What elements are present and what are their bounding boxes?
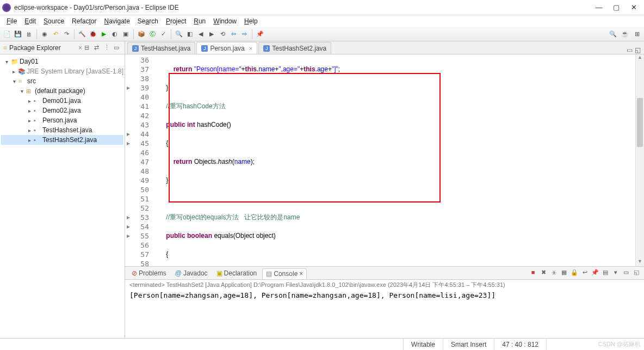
- remove-all-icon[interactable]: ⚹: [549, 269, 558, 278]
- editor-tab[interactable]: JTestHashset.java: [127, 42, 195, 54]
- new-class-icon[interactable]: Ⓒ: [147, 29, 157, 39]
- close-view-icon[interactable]: ×: [78, 44, 82, 52]
- terminate-icon[interactable]: ■: [529, 269, 537, 278]
- save-icon[interactable]: 💾: [13, 29, 23, 39]
- forward-icon[interactable]: ⇨: [239, 29, 249, 39]
- javadoc-icon: @: [175, 269, 182, 277]
- word-wrap-icon[interactable]: ↩: [580, 269, 589, 278]
- tab-console[interactable]: ▤Console×: [262, 268, 307, 279]
- tree-file[interactable]: ▸▪Demo02.java: [1, 106, 123, 115]
- restore-editor-icon[interactable]: ◱: [635, 46, 641, 54]
- eclipse-icon: [2, 3, 11, 12]
- bottom-views: ⊘Problems @Javadoc ▣Declaration ▤Console…: [125, 266, 644, 338]
- tree-jre[interactable]: ▸📚JRE System Library [JavaSE-1.8]: [1, 66, 123, 76]
- editor-tabs: JTestHashset.java JPerson.java× JTestHas…: [125, 41, 644, 54]
- debug-icon[interactable]: 🐞: [88, 29, 98, 39]
- java-file-icon: J: [263, 45, 270, 52]
- open-type-icon[interactable]: ◉: [40, 29, 49, 39]
- minimize-panel-icon[interactable]: ▭: [622, 269, 630, 278]
- tree-package[interactable]: ▾⊞(default package): [1, 86, 123, 96]
- close-tab-icon[interactable]: ×: [249, 45, 252, 52]
- console-output[interactable]: [Person[name=zhangsan,age=18], Person[na…: [125, 290, 644, 338]
- clear-console-icon[interactable]: ▦: [560, 269, 568, 278]
- tree-file[interactable]: ▸▪Demo01.java: [1, 96, 123, 106]
- minimize-view-icon[interactable]: ▭: [114, 44, 121, 52]
- tree-project[interactable]: ▾📁Day01: [1, 57, 123, 66]
- window-title: eclipse-workspace - Day01/src/Person.jav…: [14, 4, 595, 11]
- open-console-icon[interactable]: ▾: [611, 269, 620, 278]
- editor-tab[interactable]: JTestHashSet2.java: [258, 42, 331, 54]
- build-icon[interactable]: 🔨: [77, 29, 87, 39]
- line-numbers: 3637383940414243444546474849505152535455…: [132, 54, 152, 266]
- perspective-java-icon[interactable]: ☕: [620, 29, 630, 39]
- maximize-editor-icon[interactable]: ▭: [627, 46, 633, 54]
- pin-icon[interactable]: 📌: [255, 29, 265, 39]
- tree-src[interactable]: ▾⌗src: [1, 76, 123, 86]
- new-icon[interactable]: 📄: [2, 29, 12, 39]
- tree-file[interactable]: ▸▪Person.java: [1, 115, 123, 125]
- external-tools-icon[interactable]: ▣: [121, 29, 131, 39]
- search-icon[interactable]: 🔍: [174, 29, 184, 39]
- tree-file-selected[interactable]: ▸▪TestHashSet2.java: [1, 135, 123, 145]
- code-content[interactable]: return "Person[name="+this.name+",age="+…: [152, 54, 635, 266]
- watermark: CSDN @拓麻机: [598, 340, 641, 348]
- status-insert: Smart Insert: [443, 339, 494, 350]
- redo-icon[interactable]: ↷: [61, 29, 71, 39]
- remove-launch-icon[interactable]: ✖: [539, 269, 548, 278]
- undo-icon[interactable]: ↶: [51, 29, 60, 39]
- menu-search[interactable]: Search: [134, 16, 162, 26]
- display-console-icon[interactable]: ▤: [601, 269, 610, 278]
- link-editor-icon[interactable]: ⇄: [94, 44, 102, 52]
- back-icon[interactable]: ⇦: [228, 29, 238, 39]
- console-icon: ▤: [266, 270, 272, 278]
- maximize-button[interactable]: ▢: [612, 3, 620, 11]
- run-icon[interactable]: ▶: [99, 29, 109, 39]
- menu-edit[interactable]: Edit: [21, 16, 39, 26]
- menu-refactor[interactable]: Refactor: [69, 16, 100, 26]
- menu-project[interactable]: Project: [163, 16, 189, 26]
- project-tree[interactable]: ▾📁Day01 ▸📚JRE System Library [JavaSE-1.8…: [0, 54, 125, 338]
- menu-window[interactable]: Window: [210, 16, 240, 26]
- annotation-icon[interactable]: ◀: [196, 29, 206, 39]
- vertical-scrollbar[interactable]: ▲ ▼: [635, 54, 644, 266]
- last-edit-icon[interactable]: ⟲: [218, 29, 227, 39]
- perspective-switch-icon[interactable]: ⊞: [632, 29, 642, 39]
- marker-column: ▸▸▸▸▸▸: [125, 54, 132, 266]
- view-menu-icon[interactable]: ⋮: [104, 44, 112, 52]
- editor-area: JTestHashset.java JPerson.java× JTestHas…: [125, 41, 644, 338]
- quick-access-icon[interactable]: 🔍: [608, 29, 618, 39]
- toolbar: 📄 💾 🗎 ◉ ↶ ↷ 🔨 🐞 ▶ ◐ ▣ 📦 Ⓒ ✓ 🔍 ◧ ◀ ▶ ⟲ ⇦ …: [0, 27, 644, 41]
- menu-help[interactable]: Help: [241, 16, 261, 26]
- main-area: ⌗ Package Explorer × ⊟ ⇄ ⋮ ▭ ▾📁Day01 ▸📚J…: [0, 41, 644, 338]
- tab-javadoc[interactable]: @Javadoc: [172, 268, 211, 278]
- new-package-icon[interactable]: 📦: [137, 29, 146, 39]
- maximize-panel-icon[interactable]: ◱: [632, 269, 641, 278]
- coverage-icon[interactable]: ◐: [110, 29, 120, 39]
- pin-console-icon[interactable]: 📌: [591, 269, 599, 278]
- scroll-lock-icon[interactable]: 🔒: [570, 269, 579, 278]
- save-all-icon[interactable]: 🗎: [24, 29, 34, 39]
- code-editor[interactable]: ▸▸▸▸▸▸ 363738394041424344454647484950515…: [125, 54, 644, 266]
- next-annotation-icon[interactable]: ▶: [207, 29, 216, 39]
- tab-problems[interactable]: ⊘Problems: [128, 268, 170, 278]
- menu-source[interactable]: Source: [40, 16, 67, 26]
- collapse-all-icon[interactable]: ⊟: [84, 44, 92, 52]
- tree-file[interactable]: ▸▪TestHashset.java: [1, 125, 123, 135]
- problems-icon: ⊘: [132, 269, 137, 277]
- declaration-icon: ▣: [216, 269, 222, 277]
- scroll-down-icon[interactable]: ▼: [636, 259, 644, 266]
- scroll-up-icon[interactable]: ▲: [636, 54, 644, 62]
- close-console-icon[interactable]: ×: [299, 270, 303, 278]
- scroll-thumb[interactable]: [637, 98, 643, 147]
- minimize-button[interactable]: —: [595, 3, 603, 11]
- tab-declaration[interactable]: ▣Declaration: [213, 268, 261, 278]
- editor-tab-active[interactable]: JPerson.java×: [196, 42, 257, 54]
- close-button[interactable]: ✕: [630, 3, 637, 11]
- package-explorer-title: Package Explorer: [9, 44, 76, 52]
- menu-navigate[interactable]: Navigate: [101, 16, 133, 26]
- java-file-icon: J: [132, 45, 139, 52]
- toggle-mark-icon[interactable]: ◧: [185, 29, 195, 39]
- menu-run[interactable]: Run: [190, 16, 209, 26]
- open-task-icon[interactable]: ✓: [158, 29, 168, 39]
- menu-file[interactable]: File: [3, 16, 20, 26]
